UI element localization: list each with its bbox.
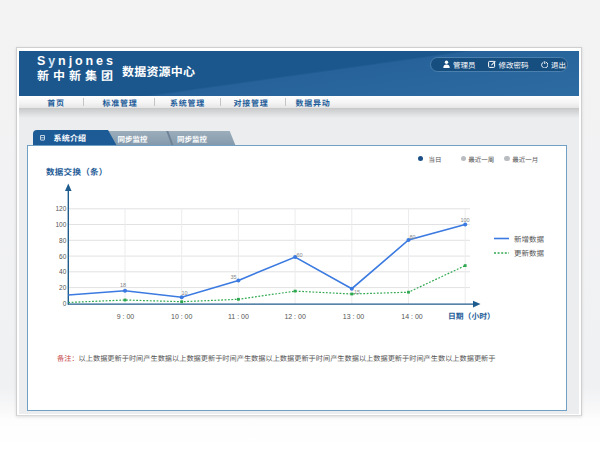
svg-text:12 : 00: 12 : 00 <box>284 313 306 320</box>
svg-text:100: 100 <box>55 221 66 228</box>
svg-text:35: 35 <box>230 274 236 280</box>
svg-text:18: 18 <box>120 282 126 288</box>
svg-text:0: 0 <box>63 300 67 307</box>
svg-text:60: 60 <box>296 252 302 258</box>
svg-text:40: 40 <box>59 268 67 275</box>
svg-text:新增数据: 新增数据 <box>514 233 544 244</box>
svg-text:10 : 00: 10 : 00 <box>171 313 193 320</box>
svg-text:日期（小时）: 日期（小时） <box>448 310 495 321</box>
svg-text:120: 120 <box>55 205 66 212</box>
svg-text:15: 15 <box>354 289 360 295</box>
svg-text:80: 80 <box>409 234 415 240</box>
svg-text:更新数据: 更新数据 <box>514 247 544 258</box>
svg-text:11 : 00: 11 : 00 <box>228 313 249 320</box>
svg-text:14 : 00: 14 : 00 <box>401 313 423 320</box>
svg-text:60: 60 <box>59 253 67 260</box>
svg-text:20: 20 <box>59 284 67 291</box>
svg-text:10: 10 <box>181 290 187 296</box>
svg-text:80: 80 <box>59 237 67 244</box>
svg-text:9 : 00: 9 : 00 <box>117 313 135 320</box>
svg-text:13 : 00: 13 : 00 <box>343 313 365 320</box>
svg-text:100: 100 <box>460 217 469 223</box>
